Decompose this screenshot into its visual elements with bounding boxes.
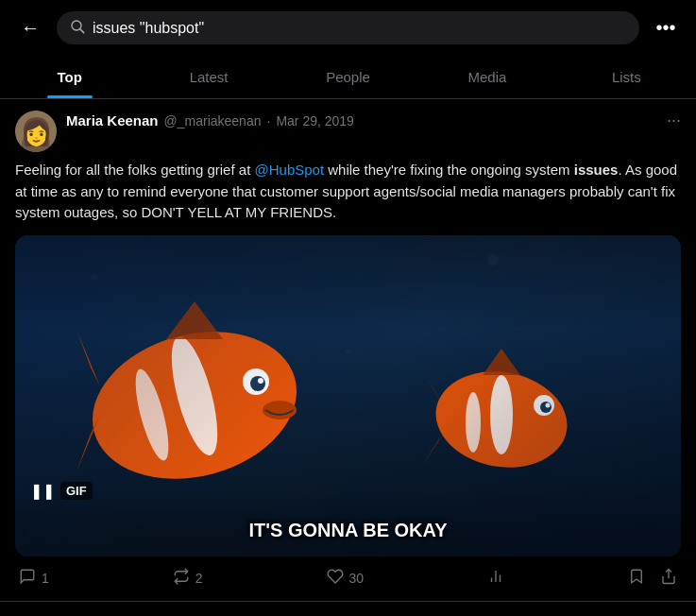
svg-point-6: [250, 376, 265, 391]
tweet-actions: 1 2 30: [15, 568, 681, 590]
tweet-user-row: Maria Keenan @_mariakeenan · Mar 29, 201…: [66, 111, 681, 130]
gif-label: GIF: [60, 482, 93, 500]
tweet-item: Maria Keenan @_mariakeenan · Mar 29, 201…: [0, 99, 696, 602]
like-action[interactable]: 30: [327, 568, 365, 590]
gif-subtitle: IT'S GONNA BE OKAY: [249, 520, 448, 541]
hubspot-mention[interactable]: @HubSpot: [254, 162, 324, 178]
username[interactable]: @_mariakeenan: [164, 113, 262, 128]
reply-action[interactable]: 1: [19, 568, 49, 590]
svg-point-7: [258, 378, 263, 384]
tab-lists[interactable]: Lists: [557, 56, 696, 98]
svg-point-13: [490, 375, 513, 454]
analytics-icon: [487, 568, 504, 590]
retweet-icon: [173, 568, 190, 590]
analytics-action[interactable]: [487, 568, 504, 590]
avatar[interactable]: [15, 111, 57, 152]
tweet-date: Mar 29, 2019: [276, 113, 354, 128]
tweet-body: Feeling for all the folks getting grief …: [15, 160, 681, 224]
tweet-header: Maria Keenan @_mariakeenan · Mar 29, 201…: [15, 111, 681, 152]
reply-icon: [19, 568, 36, 590]
search-bar[interactable]: issues "hubspot": [57, 11, 639, 44]
svg-marker-10: [166, 301, 223, 339]
tab-media[interactable]: Media: [417, 56, 556, 98]
reply-count: 1: [42, 571, 49, 586]
svg-marker-8: [76, 330, 100, 386]
dot-separator: ·: [266, 113, 270, 128]
gif-frame: ❚❚ GIF IT'S GONNA BE OKAY: [15, 235, 681, 556]
back-button[interactable]: ←: [15, 17, 45, 39]
tweet-more-button[interactable]: ···: [667, 111, 681, 130]
tweet-right-actions: [628, 568, 677, 590]
svg-marker-20: [483, 349, 520, 375]
marlin-fish-svg: [72, 292, 336, 500]
gif-badge-area: ❚❚ GIF: [30, 482, 93, 500]
more-options-button[interactable]: •••: [651, 17, 681, 39]
svg-line-1: [80, 29, 84, 33]
nemo-fish-svg: [416, 339, 586, 481]
svg-point-16: [540, 402, 552, 413]
like-icon: [327, 568, 344, 590]
svg-marker-9: [76, 415, 100, 471]
svg-point-14: [466, 392, 481, 453]
nemo-background: ❚❚ GIF IT'S GONNA BE OKAY: [15, 235, 681, 556]
display-name[interactable]: Maria Keenan: [66, 112, 159, 128]
search-tabs: Top Latest People Media Lists: [0, 56, 696, 99]
svg-point-17: [546, 402, 551, 407]
retweet-action[interactable]: 2: [173, 568, 203, 590]
tweet-user-info: Maria Keenan @_mariakeenan · Mar 29, 201…: [66, 112, 354, 128]
search-query-text: issues "hubspot": [93, 20, 204, 37]
bookmark-button[interactable]: [628, 568, 645, 590]
tweet-text-before-mention: Feeling for all the folks getting grief …: [15, 162, 254, 178]
header: ← issues "hubspot" •••: [0, 0, 696, 56]
tweet-gif-media[interactable]: ❚❚ GIF IT'S GONNA BE OKAY: [15, 235, 681, 556]
search-icon: [70, 19, 85, 37]
bold-issues: issues: [574, 162, 619, 178]
retweet-count: 2: [195, 571, 203, 586]
svg-marker-18: [421, 368, 443, 405]
share-button[interactable]: [660, 568, 677, 590]
tab-top[interactable]: Top: [0, 56, 139, 98]
tab-latest[interactable]: Latest: [139, 56, 278, 98]
tweet-text-after-mention: while they're fixing the ongoing system: [324, 162, 574, 178]
svg-point-11: [263, 401, 297, 419]
like-count: 30: [349, 571, 365, 586]
tweet-meta: Maria Keenan @_mariakeenan · Mar 29, 201…: [66, 111, 681, 130]
svg-marker-19: [421, 434, 443, 467]
pause-icon[interactable]: ❚❚: [30, 482, 55, 500]
tab-people[interactable]: People: [279, 56, 417, 98]
